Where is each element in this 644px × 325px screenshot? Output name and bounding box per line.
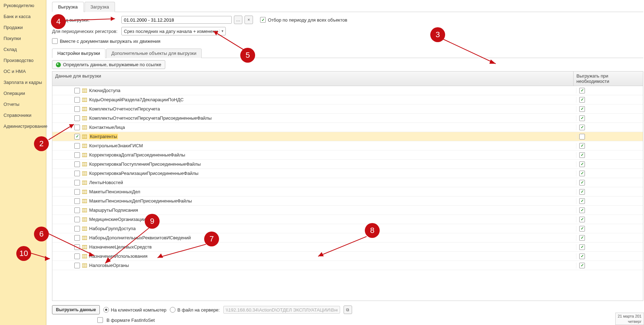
- row-need-checkbox[interactable]: [579, 143, 585, 149]
- sidebar-item[interactable]: Руководителю: [0, 0, 46, 11]
- row-checkbox[interactable]: [74, 198, 80, 204]
- row-need-checkbox[interactable]: [579, 217, 585, 222]
- row-label: МаршрутыПодписания: [89, 207, 138, 213]
- row-checkbox[interactable]: [74, 244, 80, 250]
- row-need-checkbox[interactable]: [579, 161, 585, 167]
- subtab-additional[interactable]: Дополнительные объекты для выгрузки: [106, 49, 202, 58]
- row-need-checkbox[interactable]: [579, 253, 585, 259]
- row-checkbox[interactable]: [74, 217, 80, 222]
- sidebar-item[interactable]: ОС и НМА: [0, 66, 46, 77]
- period-clear-button[interactable]: ×: [245, 16, 253, 24]
- tab-import[interactable]: Загрузка: [85, 2, 115, 12]
- table-row[interactable]: МакетыПенсионныхДелПрисоединенныеФайлы: [52, 196, 643, 206]
- table-row[interactable]: КорректировкаРеализацииПрисоединенныеФай…: [52, 169, 643, 178]
- filter-all-objects-checkbox[interactable]: [260, 17, 266, 23]
- table-row[interactable]: КонтрольныеЗнакиГИСМ: [52, 141, 643, 150]
- server-path-browse-button[interactable]: ⧉: [344, 306, 352, 314]
- table-row[interactable]: КорректировкаПоступленияПрисоединенныеФа…: [52, 160, 643, 169]
- subtab-settings[interactable]: Настройки выгрузки: [52, 49, 105, 58]
- row-checkbox[interactable]: [74, 171, 80, 176]
- row-need-checkbox[interactable]: [579, 88, 585, 93]
- radio-server[interactable]: В файл на сервере:: [170, 307, 220, 313]
- periodic-select[interactable]: Срез последних на дату начала + изменени…: [121, 27, 226, 35]
- row-checkbox[interactable]: [74, 134, 80, 139]
- row-checkbox[interactable]: [74, 88, 80, 93]
- row-checkbox[interactable]: [74, 226, 80, 232]
- row-checkbox[interactable]: [74, 180, 80, 186]
- row-need-checkbox[interactable]: [579, 180, 585, 186]
- row-checkbox[interactable]: [74, 152, 80, 158]
- row-need-checkbox[interactable]: [579, 125, 585, 130]
- main-panel: Выгрузка Загрузка Период выгрузки: … × О…: [46, 0, 644, 325]
- sidebar-item[interactable]: Склад: [0, 44, 46, 55]
- fastinfoset-label: В формате FastInfoSet: [107, 318, 155, 323]
- row-need-checkbox[interactable]: [579, 152, 585, 158]
- table-row[interactable]: КодыОперацийРаздела7ДекларацииПоНДС: [52, 95, 643, 104]
- row-need-checkbox[interactable]: [579, 115, 585, 121]
- period-input[interactable]: [121, 16, 232, 24]
- table-row[interactable]: КомплектыОтчетностиПерсучетаПрисоединенн…: [52, 114, 643, 123]
- catalog-icon: [82, 125, 87, 130]
- table-row[interactable]: НазначениеЦелевыхСредств: [52, 243, 643, 252]
- table-row[interactable]: НаборыДополнительныхРеквизитовИСведений: [52, 233, 643, 243]
- row-checkbox[interactable]: [74, 106, 80, 112]
- row-need-checkbox[interactable]: [579, 106, 585, 112]
- row-checkbox[interactable]: [74, 115, 80, 121]
- row-checkbox[interactable]: [74, 253, 80, 259]
- radio-client[interactable]: На клиентский компьютер: [103, 307, 166, 313]
- table-row[interactable]: КомплектыОтчетностиПерсучета: [52, 104, 643, 114]
- catalog-icon: [82, 181, 87, 185]
- table-row[interactable]: МаршрутыПодписания: [52, 206, 643, 215]
- row-label: КомплектыОтчетностиПерсучетаПрисоединенн…: [89, 115, 212, 121]
- row-checkbox[interactable]: [74, 143, 80, 149]
- table-row[interactable]: НалоговыеОрганы: [52, 261, 643, 270]
- row-need-checkbox[interactable]: [579, 235, 585, 241]
- row-checkbox[interactable]: [74, 263, 80, 268]
- with-docs-checkbox[interactable]: [52, 38, 58, 44]
- table-row[interactable]: ЛентыНовостей: [52, 178, 643, 187]
- period-picker-button[interactable]: …: [234, 16, 242, 24]
- row-need-checkbox[interactable]: [579, 97, 585, 103]
- table-row[interactable]: КорректировкаДолгаПрисоединенныеФайлы: [52, 150, 643, 160]
- table-row[interactable]: МакетыПенсионныхДел: [52, 187, 643, 196]
- table-row[interactable]: НазначенияИспользования: [52, 252, 643, 261]
- sidebar-item[interactable]: Справочники: [0, 110, 46, 121]
- define-linked-button[interactable]: Определить данные, выгружаемые по ссылке: [52, 60, 165, 69]
- table-row[interactable]: КлючиДоступа: [52, 86, 643, 95]
- row-checkbox[interactable]: [74, 125, 80, 130]
- table-row[interactable]: Контрагенты: [52, 132, 643, 141]
- sidebar-item[interactable]: Покупки: [0, 33, 46, 44]
- row-need-checkbox[interactable]: [579, 263, 585, 268]
- table-header-flag: Выгружать при необходимости: [574, 72, 643, 86]
- date-widget: 21 марта 201 четверг: [615, 313, 644, 325]
- row-need-checkbox[interactable]: [579, 244, 585, 250]
- tab-export[interactable]: Выгрузка: [52, 2, 84, 12]
- sidebar-item[interactable]: Производство: [0, 55, 46, 66]
- row-checkbox[interactable]: [74, 207, 80, 213]
- table-row[interactable]: МедицинскиеОрганизации: [52, 215, 643, 224]
- fastinfoset-checkbox[interactable]: [97, 317, 103, 323]
- sidebar-item[interactable]: Операции: [0, 88, 46, 99]
- row-need-checkbox[interactable]: [579, 171, 585, 176]
- row-need-checkbox[interactable]: [579, 226, 585, 232]
- row-checkbox[interactable]: [74, 161, 80, 167]
- row-checkbox[interactable]: [74, 189, 80, 195]
- table-row[interactable]: НаборыГруппДоступа: [52, 224, 643, 233]
- row-need-checkbox[interactable]: [579, 198, 585, 204]
- sidebar-item[interactable]: Отчеты: [0, 99, 46, 110]
- row-checkbox[interactable]: [74, 235, 80, 241]
- catalog-icon: [82, 208, 87, 212]
- export-button[interactable]: Выгрузить данные: [52, 305, 100, 314]
- row-label: КонтактныеЛица: [89, 125, 125, 130]
- server-path-input[interactable]: [223, 306, 340, 314]
- sidebar-item[interactable]: Продажи: [0, 22, 46, 33]
- sidebar-item[interactable]: Банк и касса: [0, 11, 46, 22]
- sidebar-item[interactable]: Администрирование: [0, 121, 46, 132]
- row-need-checkbox[interactable]: [579, 189, 585, 195]
- table-row[interactable]: КонтактныеЛица: [52, 123, 643, 132]
- row-checkbox[interactable]: [74, 97, 80, 103]
- row-need-checkbox[interactable]: [579, 207, 585, 213]
- catalog-icon: [82, 144, 87, 148]
- sidebar-item[interactable]: Зарплата и кадры: [0, 77, 46, 88]
- row-need-checkbox[interactable]: [579, 134, 585, 139]
